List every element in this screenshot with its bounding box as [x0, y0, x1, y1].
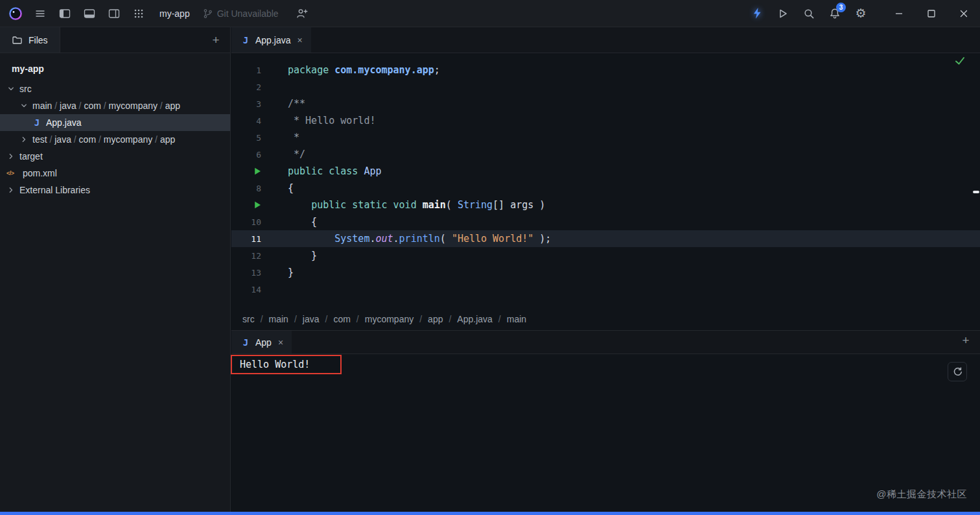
console-output: Hello World!: [240, 359, 310, 370]
git-status[interactable]: Git Unavailable: [203, 8, 279, 19]
toggle-bottom-panel-button[interactable]: [79, 4, 100, 23]
rerun-button[interactable]: [948, 362, 967, 381]
tab-close-icon[interactable]: ×: [277, 337, 283, 348]
line-number: 11: [231, 234, 268, 244]
minimize-button[interactable]: [883, 0, 915, 27]
left-panel-icon: [59, 8, 71, 19]
breadcrumb-segment[interactable]: app: [428, 314, 443, 324]
bottom-panel-icon: [84, 8, 95, 19]
hamburger-menu-icon: [35, 8, 45, 19]
fleet-logo-icon: [8, 6, 23, 21]
code-text: * Hello world!: [268, 115, 375, 126]
toggle-left-panel-button[interactable]: [54, 4, 75, 23]
code-text: public static void main( String[] args ): [268, 199, 545, 211]
code-line-13[interactable]: 13}: [231, 264, 980, 281]
code-editor[interactable]: 1package com.mycompany.app;23/**4 * Hell…: [231, 53, 980, 307]
tree-item-label: src: [19, 84, 32, 94]
code-text: *: [268, 132, 299, 143]
project-name[interactable]: my-app: [159, 8, 190, 19]
code-line-10[interactable]: 10 {: [231, 213, 980, 230]
output-highlight-annotation: Hello World!: [231, 355, 342, 374]
notifications-button[interactable]: 3: [823, 4, 846, 23]
chevron-right-icon[interactable]: [19, 136, 28, 143]
tree-item-test-path[interactable]: test / java / com / mycompany / app: [0, 131, 230, 148]
run-tab-app[interactable]: J App ×: [231, 331, 292, 353]
breadcrumb-segment[interactable]: main: [269, 314, 288, 324]
add-console-tab-button[interactable]: +: [954, 331, 977, 350]
chevron-right-icon[interactable]: [6, 186, 15, 194]
tree-item-pom-xml[interactable]: </>pom.xml: [0, 165, 230, 182]
code-text: package com.mycompany.app;: [268, 64, 440, 76]
grid-icon: [134, 8, 144, 19]
tree-item-target[interactable]: target: [0, 148, 230, 165]
line-number: 12: [231, 251, 268, 261]
java-file-icon: J: [32, 117, 41, 128]
code-line-3[interactable]: 3/**: [231, 95, 980, 112]
code-line-8[interactable]: 8{: [231, 180, 980, 197]
gear-icon: ⚙: [855, 7, 866, 19]
code-line-7[interactable]: public class App: [231, 163, 980, 180]
editor-scrollbar-marker[interactable]: [973, 191, 979, 193]
menu-button[interactable]: [30, 4, 51, 23]
line-number: 14: [231, 285, 268, 294]
fleet-logo-icon[interactable]: [5, 4, 26, 23]
tree-item-app-java[interactable]: JApp.java: [0, 114, 230, 131]
chevron-down-icon[interactable]: [19, 102, 28, 110]
add-collaborator-button[interactable]: [292, 4, 312, 23]
watermark: @稀土掘金技术社区: [876, 488, 967, 501]
settings-button[interactable]: ⚙: [849, 4, 872, 23]
code-line-12[interactable]: 12 }: [231, 247, 980, 264]
run-button[interactable]: [771, 4, 795, 23]
files-tab[interactable]: Files: [0, 27, 60, 53]
run-line-button[interactable]: [231, 167, 268, 175]
code-line-2[interactable]: 2: [231, 78, 980, 95]
notification-badge: 3: [836, 3, 846, 12]
search-button[interactable]: [797, 4, 821, 23]
editor-tabstrip: J App.java ×: [231, 27, 980, 53]
smart-mode-button[interactable]: [745, 4, 769, 23]
breadcrumb-segment[interactable]: src: [242, 314, 255, 324]
files-tab-label: Files: [29, 35, 48, 45]
run-console: Hello World!: [231, 354, 980, 512]
code-line-9[interactable]: public static void main( String[] args ): [231, 197, 980, 213]
folder-icon: [12, 35, 23, 45]
chevron-right-icon[interactable]: [6, 152, 15, 160]
code-text: }: [268, 267, 294, 278]
breadcrumb-segment[interactable]: mycompany: [365, 314, 414, 324]
close-button[interactable]: [948, 0, 980, 27]
code-text: {: [268, 182, 294, 194]
maximize-button[interactable]: [915, 0, 948, 27]
run-line-button[interactable]: [231, 201, 268, 209]
toggle-right-panel-button[interactable]: [104, 4, 124, 23]
code-line-1[interactable]: 1package com.mycompany.app;: [231, 62, 980, 78]
breadcrumb-segment[interactable]: com: [333, 314, 350, 324]
code-line-14[interactable]: 14: [231, 281, 980, 298]
breadcrumb-segment[interactable]: main: [507, 314, 526, 324]
project-root-label[interactable]: my-app: [0, 58, 230, 80]
code-line-5[interactable]: 5 *: [231, 129, 980, 146]
code-line-4[interactable]: 4 * Hello world!: [231, 112, 980, 129]
chevron-down-icon[interactable]: [6, 85, 15, 93]
code-line-11[interactable]: 11 System.out.println( "Hello World!" );: [231, 230, 980, 247]
editor-tabstrip-spacer: [311, 27, 980, 53]
tree-item-label: target: [19, 151, 43, 162]
code-line-6[interactable]: 6 */: [231, 146, 980, 163]
tree-item-main-path[interactable]: main / java / com / mycompany / app: [0, 97, 230, 114]
tab-close-icon[interactable]: ×: [296, 35, 302, 45]
breadcrumb-segment[interactable]: java: [303, 314, 320, 324]
breadcrumb-segment[interactable]: App.java: [457, 314, 492, 324]
workspaces-button[interactable]: [128, 4, 149, 23]
xml-file-icon: </>: [6, 170, 18, 176]
line-number: 2: [231, 82, 268, 92]
tree-item-external-libraries[interactable]: External Libraries: [0, 182, 230, 198]
code-text: */: [268, 149, 305, 160]
editor-tab-app-java[interactable]: J App.java ×: [231, 27, 311, 53]
tree-item-src[interactable]: src: [0, 80, 230, 97]
files-panel: Files + my-app srcmain / java / com / my…: [0, 27, 231, 512]
breadcrumb-separator: /: [419, 314, 422, 324]
git-status-label: Git Unavailable: [217, 8, 279, 19]
add-tool-tab-button[interactable]: +: [204, 30, 228, 50]
play-icon: [777, 8, 789, 19]
console-tabstrip-spacer: [292, 331, 954, 353]
breadcrumb-separator: /: [325, 314, 328, 324]
